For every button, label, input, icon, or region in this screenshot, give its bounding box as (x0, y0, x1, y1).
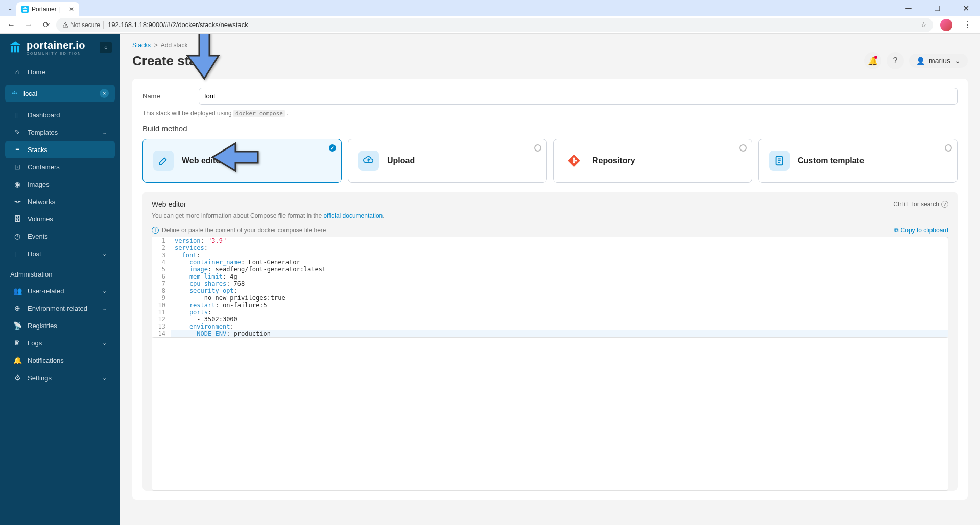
code-line[interactable]: 14 NODE_ENV: production (152, 330, 948, 337)
sidebar-item-networks[interactable]: ⫘Networks (5, 193, 115, 210)
line-number: 2 (152, 244, 171, 252)
maximize-button[interactable]: □ (927, 1, 947, 15)
sidebar-item-label: User-related (28, 287, 64, 295)
sidebar-item-label: Images (28, 181, 50, 188)
editor-blank-area[interactable] (152, 338, 948, 491)
chevron-down-icon: ⌄ (102, 340, 107, 346)
code-line[interactable]: 8 security_opt: (152, 287, 948, 294)
sidebar-item-environment-related[interactable]: ⊕Environment-related⌄ (5, 299, 115, 317)
method-upload[interactable]: Upload (348, 139, 547, 183)
sidebar-item-volumes[interactable]: 🗄Volumes (5, 210, 115, 228)
user-menu[interactable]: 👤 marius ⌄ (909, 54, 968, 68)
help-button[interactable]: ? (887, 52, 904, 69)
forward-button[interactable]: → (21, 18, 36, 32)
code-text: NODE_ENV: production (171, 330, 948, 337)
sidebar-item-user-related[interactable]: 👥User-related⌄ (5, 282, 115, 299)
security-indicator[interactable]: Not secure (62, 21, 104, 29)
tab-close-button[interactable]: ✕ (69, 6, 74, 13)
help-icon[interactable]: ? (941, 201, 948, 208)
back-button[interactable]: ← (4, 18, 18, 32)
method-repository[interactable]: Repository (553, 139, 752, 183)
line-number: 14 (152, 330, 171, 337)
browser-menu-button[interactable]: ⋮ (960, 20, 976, 30)
help-icon: ? (893, 56, 898, 65)
browser-tab[interactable]: Portainer | ✕ (16, 2, 79, 16)
sidebar-item-templates[interactable]: ✎Templates⌄ (5, 123, 115, 141)
sidebar-item-label: Events (28, 233, 48, 240)
code-text: services: (171, 244, 948, 252)
code-line[interactable]: 12 - 3502:3000 (152, 316, 948, 323)
sidebar-item-label: Dashboard (28, 111, 60, 119)
sidebar-item-notifications[interactable]: 🔔Notifications (5, 352, 115, 369)
code-line[interactable]: 9 - no-new-privileges:true (152, 294, 948, 302)
stack-name-input[interactable] (199, 88, 958, 105)
method-title: Custom template (798, 156, 864, 165)
layers-icon: ≡ (13, 145, 21, 154)
radio-icon (945, 144, 952, 152)
svg-rect-7 (14, 93, 15, 94)
code-line[interactable]: 1version: "3.9" (152, 237, 948, 244)
edit-icon (153, 151, 174, 171)
sidebar-item-logs[interactable]: 🗎Logs⌄ (5, 334, 115, 352)
copy-to-clipboard-button[interactable]: ⧉ Copy to clipboard (894, 227, 948, 234)
sidebar-item-registries[interactable]: 📡Registries (5, 317, 115, 334)
logo: portainer.io COMMUNITY EDITION « (0, 40, 120, 63)
code-editor[interactable]: 1version: "3.9"2services:3 font:4 contai… (152, 237, 948, 338)
page-title: Create stack (132, 53, 211, 69)
template-icon (769, 151, 790, 171)
sidebar-item-label: Volumes (28, 215, 53, 223)
code-line[interactable]: 7 cpu_shares: 768 (152, 280, 948, 287)
code-text: security_opt: (171, 287, 948, 294)
info-icon: i (152, 227, 159, 234)
sidebar-item-settings[interactable]: ⚙Settings⌄ (5, 369, 115, 386)
home-icon: ⌂ (13, 68, 21, 76)
bookmark-star-icon[interactable]: ☆ (921, 21, 927, 29)
code-line[interactable]: 3 font: (152, 252, 948, 259)
sidebar-item-containers[interactable]: ⊡Containers (5, 158, 115, 176)
name-label: Name (142, 92, 188, 100)
reload-button[interactable]: ⟳ (39, 18, 53, 32)
line-number: 3 (152, 252, 171, 259)
sidebar-item-dashboard[interactable]: ▦Dashboard (5, 106, 115, 123)
sidebar-item-host[interactable]: ▤Host⌄ (5, 245, 115, 262)
code-line[interactable]: 11 ports: (152, 309, 948, 316)
window-controls: ─ □ ✕ (898, 1, 976, 15)
close-window-button[interactable]: ✕ (955, 1, 976, 15)
code-line[interactable]: 2services: (152, 244, 948, 252)
users-icon: 👥 (13, 287, 21, 295)
environment-close-button[interactable]: ✕ (100, 89, 109, 98)
code-text: environment: (171, 323, 948, 330)
chevron-down-icon: ⌄ (102, 305, 107, 312)
docker-icon (11, 89, 19, 97)
environment-chip[interactable]: local ✕ (5, 85, 115, 102)
profile-avatar[interactable] (940, 19, 952, 31)
git-icon (564, 151, 584, 171)
method-custom-template[interactable]: Custom template (758, 139, 958, 183)
breadcrumb-stacks-link[interactable]: Stacks (132, 42, 151, 49)
code-line[interactable]: 5 image: seadfeng/font-generator:latest (152, 266, 948, 273)
code-line[interactable]: 6 mem_limit: 4g (152, 273, 948, 280)
sidebar-item-stacks[interactable]: ≡Stacks (5, 141, 115, 158)
notifications-button[interactable]: 🔔 (864, 52, 881, 69)
sidebar-collapse-button[interactable]: « (100, 42, 112, 53)
line-number: 12 (152, 316, 171, 323)
code-line[interactable]: 13 environment: (152, 323, 948, 330)
sidebar-item-home[interactable]: ⌂ Home (5, 63, 115, 81)
method-web-editor[interactable]: ✔ Web editor (142, 139, 342, 183)
tab-list-dropdown[interactable]: ⌄ (4, 2, 16, 14)
admin-section-header: Administration (0, 262, 120, 282)
server-icon: ▤ (13, 249, 21, 258)
code-line[interactable]: 10 restart: on-failure:5 (152, 302, 948, 309)
minimize-button[interactable]: ─ (898, 1, 919, 15)
line-number: 9 (152, 294, 171, 302)
code-text: - no-new-privileges:true (171, 294, 948, 302)
sidebar-item-images[interactable]: ◉Images (5, 176, 115, 193)
code-text: image: seadfeng/font-generator:latest (171, 266, 948, 273)
url-bar[interactable]: Not secure 192.168.1.18:9000/#!/2/docker… (56, 18, 933, 32)
sidebar-item-events[interactable]: ◷Events (5, 228, 115, 245)
code-line[interactable]: 4 container_name: Font-Generator (152, 259, 948, 266)
svg-rect-2 (65, 24, 66, 26)
sidebar-item-label: Networks (28, 198, 55, 206)
docs-link[interactable]: official documentation (323, 212, 383, 219)
chevron-down-icon: ⌄ (102, 374, 107, 381)
